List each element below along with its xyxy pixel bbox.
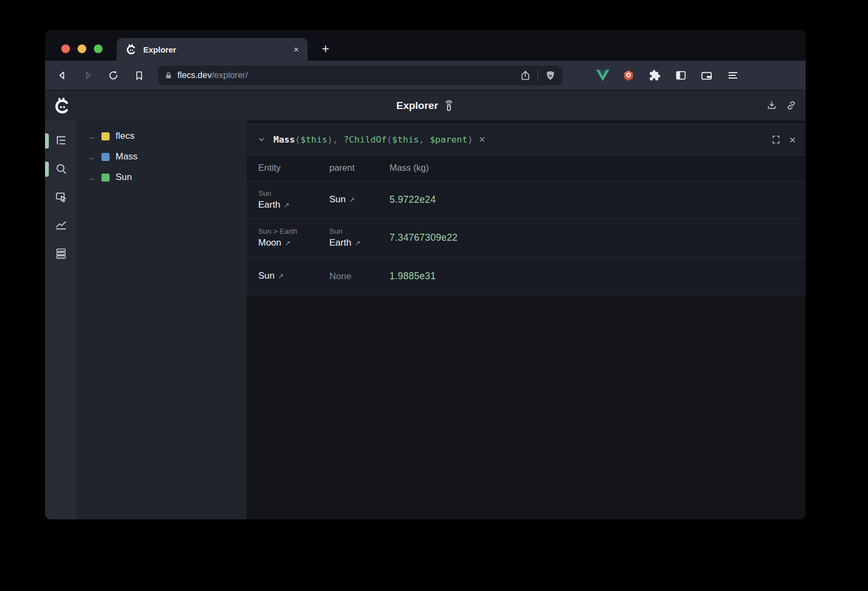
url-domain: flecs.dev: [177, 70, 212, 80]
tree-item-flecs[interactable]: → flecs: [76, 126, 247, 146]
back-button[interactable]: [53, 66, 72, 85]
reload-button[interactable]: [104, 66, 123, 85]
url-path: /explorer/: [212, 70, 248, 80]
main-panel: Mass($this), ?ChildOf($this, $parent) × …: [247, 120, 806, 519]
url-separator: [538, 70, 538, 81]
column-header-entity: Entity: [258, 163, 329, 173]
browser-toolbar: flecs.dev/explorer/: [45, 61, 806, 90]
tab-explorer[interactable]: Explorer ×: [117, 38, 308, 61]
tree-item-label[interactable]: Mass: [116, 151, 138, 162]
entity-link[interactable]: Moon: [258, 237, 282, 249]
goto-arrow-icon[interactable]: ↗: [355, 239, 361, 248]
tree-item-sun[interactable]: → Sun: [76, 167, 247, 188]
query-panel: Mass($this), ?ChildOf($this, $parent) × …: [247, 124, 806, 296]
mass-value: 5.9722e24: [390, 194, 436, 205]
table-row[interactable]: Sun↗ None 1.9885e31: [247, 256, 806, 296]
lock-icon: [164, 72, 173, 80]
browser-window: Explorer × + flecs.dev/explorer/: [45, 30, 806, 519]
menu-icon[interactable]: [722, 66, 743, 85]
traffic-lights: [61, 44, 103, 53]
tree-item-label[interactable]: flecs: [116, 131, 135, 142]
tables-icon[interactable]: [54, 246, 68, 260]
extension-icons: [592, 66, 743, 85]
close-window-button[interactable]: [61, 44, 70, 53]
entity-tree-panel: → flecs → Mass → Sun: [76, 120, 247, 519]
hex-extension-icon[interactable]: [618, 66, 639, 85]
fullscreen-icon[interactable]: [771, 134, 781, 145]
parent-link[interactable]: Sun: [329, 194, 346, 206]
url-text: flecs.dev/explorer/: [177, 70, 248, 80]
flecs-favicon-icon: [125, 43, 137, 55]
entity-link[interactable]: Earth: [258, 199, 280, 211]
column-header-parent: parent: [329, 163, 390, 173]
tree-item-mass[interactable]: → Mass: [76, 146, 247, 167]
entity-color-swatch: [101, 153, 110, 161]
entity-path: Sun: [258, 188, 329, 199]
share-icon[interactable]: [520, 70, 531, 81]
url-bar[interactable]: flecs.dev/explorer/: [158, 66, 563, 85]
table-row[interactable]: Sun Earth↗ Sun↗ 5.9722e24: [247, 181, 806, 219]
entity-link[interactable]: Sun: [258, 270, 275, 282]
parent-link[interactable]: Earth: [329, 237, 352, 249]
close-panel-icon[interactable]: ×: [789, 134, 796, 145]
search-icon[interactable]: [54, 162, 68, 176]
content-area: → flecs → Mass → Sun: [45, 120, 806, 519]
goto-arrow-icon[interactable]: ↗: [284, 201, 290, 210]
expand-arrow-icon[interactable]: →: [87, 173, 97, 182]
goto-arrow-icon[interactable]: ↗: [278, 272, 284, 281]
active-indicator-search: [45, 162, 49, 177]
expand-arrow-icon[interactable]: →: [87, 132, 97, 141]
entity-path: Sun > Earth: [258, 226, 329, 237]
tree-item-label[interactable]: Sun: [116, 172, 132, 183]
page-title: Explorer: [396, 100, 438, 112]
tab-close-icon[interactable]: ×: [293, 45, 299, 54]
flecs-logo-icon: [53, 97, 72, 115]
query-expression[interactable]: Mass($this), ?ChildOf($this, $parent): [273, 134, 473, 145]
minimize-window-button[interactable]: [78, 44, 86, 53]
wallet-icon[interactable]: [696, 66, 717, 85]
clear-query-icon[interactable]: ×: [479, 134, 486, 145]
new-tab-button[interactable]: +: [316, 40, 335, 58]
tree-view-icon[interactable]: [54, 133, 68, 147]
inspector-icon[interactable]: [54, 190, 68, 204]
brave-shield-icon[interactable]: [545, 70, 556, 81]
entity-color-swatch: [101, 132, 110, 140]
tool-sidebar: [45, 120, 76, 519]
link-icon[interactable]: [786, 100, 797, 111]
zoom-window-button[interactable]: [94, 44, 103, 53]
column-header-mass: Mass (kg): [390, 163, 806, 173]
app-header: Explorer: [45, 90, 806, 120]
tab-title: Explorer: [143, 45, 288, 54]
goto-arrow-icon[interactable]: ↗: [349, 195, 355, 205]
download-icon[interactable]: [766, 100, 777, 111]
expand-arrow-icon[interactable]: →: [87, 152, 97, 162]
query-bar[interactable]: Mass($this), ?ChildOf($this, $parent) × …: [247, 124, 806, 155]
parent-none: None: [329, 271, 352, 281]
sidebar-toggle-icon[interactable]: [670, 66, 691, 85]
mass-value: 1.9885e31: [390, 271, 436, 281]
remote-connection-icon[interactable]: [444, 99, 455, 112]
chevron-down-icon[interactable]: [257, 134, 266, 144]
goto-arrow-icon[interactable]: ↗: [285, 239, 291, 248]
tab-strip: Explorer × +: [45, 30, 806, 61]
entity-color-swatch: [101, 174, 110, 182]
vue-devtools-icon[interactable]: [592, 66, 613, 85]
forward-button[interactable]: [78, 66, 98, 85]
table-row[interactable]: Sun > Earth Moon↗ Sun Earth↗ 7.34767309e…: [247, 219, 806, 256]
results-table-header: Entity parent Mass (kg): [247, 155, 806, 181]
parent-path: Sun: [329, 226, 390, 237]
active-indicator-tree: [45, 133, 49, 149]
mass-value: 7.34767309e22: [390, 232, 458, 243]
bookmark-icon[interactable]: [129, 66, 149, 85]
extensions-puzzle-icon[interactable]: [644, 66, 665, 85]
stats-chart-icon[interactable]: [54, 218, 68, 232]
